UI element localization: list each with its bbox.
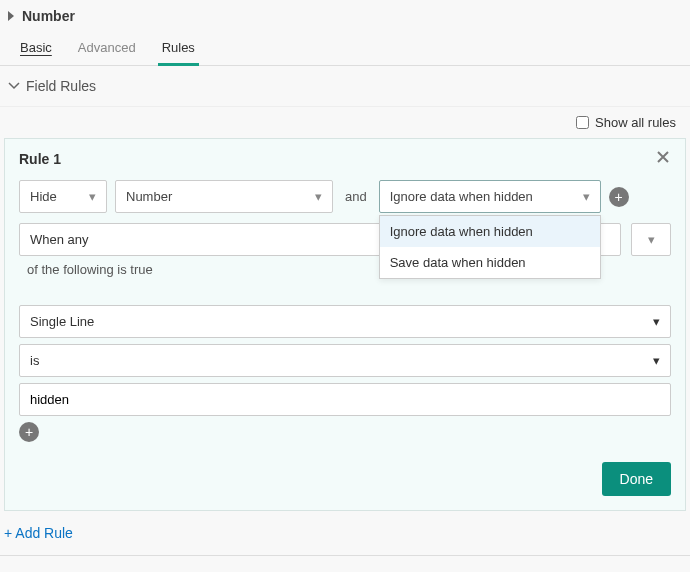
target-field-select[interactable]: Number ▾ <box>115 180 333 213</box>
action-select[interactable]: Hide ▾ <box>19 180 107 213</box>
add-target-button[interactable]: + <box>609 187 629 207</box>
condition-value-input[interactable] <box>19 383 671 416</box>
data-behavior-value: Ignore data when hidden <box>390 189 533 204</box>
condition-operator-value: is <box>30 353 39 368</box>
rule-title: Rule 1 <box>19 151 61 167</box>
and-label: and <box>341 189 371 204</box>
action-value: Hide <box>30 189 57 204</box>
panel-title: Number <box>22 8 75 24</box>
caret-down-icon: ▾ <box>315 189 322 204</box>
rule-card: Rule 1 Hide ▾ Number ▾ and Ignore data w… <box>4 138 686 511</box>
when-extra-select[interactable]: ▾ <box>631 223 671 256</box>
tab-basic[interactable]: Basic <box>18 30 54 65</box>
panel-header: Number <box>0 0 690 30</box>
section-title: Field Rules <box>26 78 96 94</box>
section-field-rules[interactable]: Field Rules <box>0 66 690 107</box>
caret-down-icon: ▾ <box>653 353 660 368</box>
show-all-label: Show all rules <box>595 115 676 130</box>
divider <box>0 555 690 556</box>
add-rule-link[interactable]: + Add Rule <box>0 517 77 551</box>
condition-field-value: Single Line <box>30 314 94 329</box>
tabs: Basic Advanced Rules <box>0 30 690 66</box>
caret-down-icon: ▾ <box>583 189 590 204</box>
dropdown-option-ignore[interactable]: Ignore data when hidden <box>380 216 600 247</box>
close-rule-button[interactable] <box>655 149 671 168</box>
target-field-value: Number <box>126 189 172 204</box>
tab-rules[interactable]: Rules <box>160 30 197 65</box>
caret-down-icon: ▾ <box>653 314 660 329</box>
add-condition-button[interactable]: + <box>19 422 39 442</box>
tab-advanced[interactable]: Advanced <box>76 30 138 65</box>
caret-down-icon: ▾ <box>648 232 655 247</box>
done-button[interactable]: Done <box>602 462 671 496</box>
when-value: When any <box>30 232 89 247</box>
chevron-down-icon <box>8 80 20 92</box>
condition-field-select[interactable]: Single Line ▾ <box>19 305 671 338</box>
close-icon <box>655 149 671 165</box>
data-behavior-select[interactable]: Ignore data when hidden ▾ <box>379 180 601 213</box>
condition-operator-select[interactable]: is ▾ <box>19 344 671 377</box>
show-all-row: Show all rules <box>0 107 690 138</box>
caret-down-icon: ▾ <box>89 189 96 204</box>
data-behavior-dropdown: Ignore data when hidden Save data when h… <box>379 215 601 279</box>
dropdown-option-save[interactable]: Save data when hidden <box>380 247 600 278</box>
show-all-checkbox[interactable] <box>576 116 589 129</box>
caret-right-icon <box>6 11 16 21</box>
